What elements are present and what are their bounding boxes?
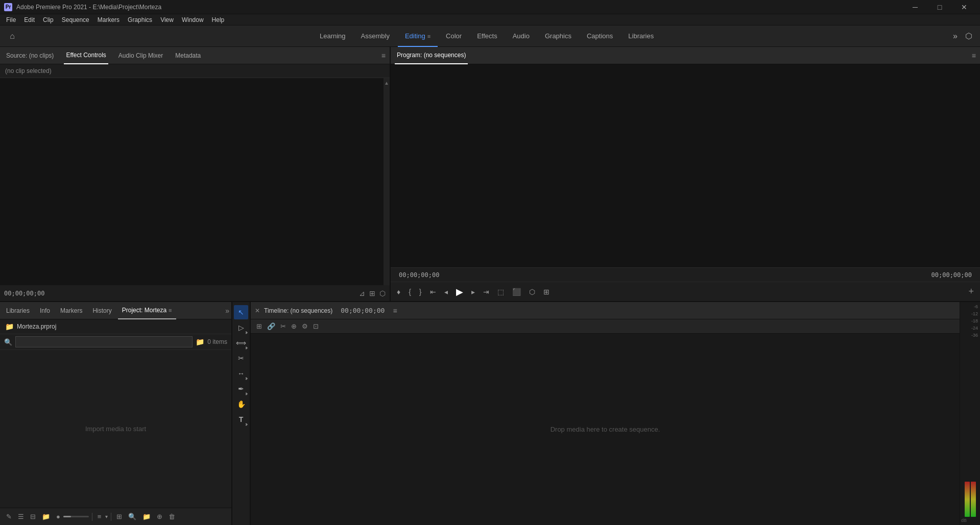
program-step-back-btn[interactable]: ◂: [442, 286, 450, 298]
tool-ripple-edit[interactable]: ⟺: [234, 336, 248, 350]
source-content: (no clip selected) ▲: [0, 64, 390, 285]
project-search-input[interactable]: [15, 336, 193, 347]
tab-source[interactable]: Source: (no clips): [4, 47, 56, 64]
left-panel-expand-icon[interactable]: »: [225, 307, 229, 315]
tab-history[interactable]: History: [88, 302, 115, 319]
timeline-settings-btn[interactable]: ⚙: [300, 321, 309, 331]
source-btn3-icon[interactable]: ⬡: [379, 289, 386, 297]
timeline-linked-btn[interactable]: 🔗: [266, 321, 277, 331]
proj-folder-btn[interactable]: 📁: [40, 511, 52, 522]
tab-effect-controls[interactable]: Effect Controls: [64, 47, 108, 64]
timeline-menu-icon[interactable]: ≡: [393, 307, 397, 315]
proj-settings-btn[interactable]: ≡: [95, 511, 104, 522]
proj-delete-btn[interactable]: 🗑: [166, 511, 177, 522]
proj-grid-btn[interactable]: ⊟: [28, 511, 38, 522]
source-btn2-icon[interactable]: ⊞: [369, 289, 375, 297]
project-new-bin-icon[interactable]: 📁: [196, 338, 204, 346]
editing-settings-icon[interactable]: ≡: [427, 33, 431, 39]
source-filter-icon[interactable]: ⊿: [359, 289, 365, 297]
tool-selection[interactable]: ↖: [234, 305, 248, 319]
proj-newitem-btn[interactable]: ⊕: [155, 511, 164, 522]
meter-label-neg18: -18: [961, 318, 979, 323]
project-media-area[interactable]: Import media to start: [0, 350, 231, 508]
menu-view[interactable]: View: [156, 14, 178, 26]
minimize-button[interactable]: ─: [903, 0, 927, 14]
proj-dropdown-btn[interactable]: ▾: [105, 514, 108, 519]
program-out-btn[interactable]: }: [417, 286, 424, 298]
timeline-title: Timeline: (no sequences): [264, 307, 332, 314]
tab-project[interactable]: Project: Morteza ≡: [118, 302, 176, 319]
source-panel-menu-icon[interactable]: ≡: [381, 52, 386, 60]
menu-window[interactable]: Window: [178, 14, 208, 26]
timeline-unlink-btn[interactable]: ✂: [279, 321, 288, 331]
tab-audio-clip-mixer[interactable]: Audio Clip Mixer: [116, 47, 165, 64]
workspace-tab-libraries[interactable]: Libraries: [621, 26, 661, 47]
close-button[interactable]: ✕: [952, 0, 976, 14]
source-bottom-bar: 00;00;00;00 ⊿ ⊞ ⬡: [0, 285, 390, 301]
maximize-button[interactable]: □: [928, 0, 951, 14]
slider-container: ●: [54, 511, 89, 522]
tab-libraries[interactable]: Libraries: [2, 302, 34, 319]
proj-panel-btn[interactable]: ⊞: [114, 511, 124, 522]
program-step-fwd-btn[interactable]: ▸: [469, 286, 477, 298]
timeline-drop-area[interactable]: Drop media here to create sequence.: [251, 334, 960, 525]
tab-metadata[interactable]: Metadata: [173, 47, 203, 64]
menu-markers[interactable]: Markers: [93, 14, 124, 26]
tab-info[interactable]: Info: [36, 302, 54, 319]
proj-edit-btn[interactable]: ✎: [4, 511, 14, 522]
source-scroll-indicator[interactable]: ▲: [384, 78, 390, 285]
program-in-btn[interactable]: {: [407, 286, 413, 298]
meter-label-neg24: -24: [961, 326, 979, 331]
project-tab-menu-icon[interactable]: ≡: [169, 307, 172, 313]
workspace-tab-editing[interactable]: Editing ≡: [398, 26, 438, 47]
proj-find-btn[interactable]: 🔍: [126, 511, 138, 522]
program-go-out-btn[interactable]: ⇥: [481, 286, 491, 298]
program-add-btn[interactable]: +: [966, 284, 976, 299]
program-settings-icon[interactable]: ⊞: [541, 286, 552, 298]
tool-type[interactable]: T: [234, 412, 248, 427]
home-button[interactable]: ⌂: [4, 28, 20, 44]
tool-hand[interactable]: ✋: [234, 397, 248, 411]
timeline-snap-btn[interactable]: ⊞: [255, 321, 264, 331]
menu-sequence[interactable]: Sequence: [58, 14, 93, 26]
program-panel-header: Program: (no sequences) ≡: [391, 47, 980, 64]
track-select-icon: ▷: [238, 323, 244, 332]
workspace-tab-learning[interactable]: Learning: [313, 26, 353, 47]
menu-clip[interactable]: Clip: [39, 14, 58, 26]
left-panel-tabs: Libraries Info Markers History Project: …: [0, 302, 231, 319]
timeline-add-edit-btn[interactable]: ⊕: [290, 321, 298, 331]
tool-razor[interactable]: ✂: [234, 351, 248, 365]
workspace-tab-graphics[interactable]: Graphics: [538, 26, 579, 47]
workspace-more-button[interactable]: »: [949, 32, 962, 41]
workspace-tab-audio[interactable]: Audio: [506, 26, 537, 47]
program-overwrite-btn[interactable]: ⬛: [510, 286, 523, 298]
program-export-icon[interactable]: ⬡: [527, 286, 537, 298]
publish-button[interactable]: ⬡: [962, 29, 976, 43]
menu-graphics[interactable]: Graphics: [124, 14, 156, 26]
proj-list-btn[interactable]: ☰: [16, 511, 26, 522]
workspace-tab-color[interactable]: Color: [439, 26, 469, 47]
timeline-captions-btn[interactable]: ⊡: [312, 321, 320, 331]
program-marker-btn[interactable]: ♦: [395, 286, 402, 298]
left-panel: Libraries Info Markers History Project: …: [0, 302, 232, 525]
timeline-close-btn[interactable]: ✕: [255, 307, 260, 314]
program-insert-btn[interactable]: ⬚: [495, 286, 506, 298]
menu-file[interactable]: File: [2, 14, 20, 26]
workspace-tab-captions[interactable]: Captions: [580, 26, 620, 47]
program-panel-menu-icon[interactable]: ≡: [972, 52, 976, 60]
proj-newbin-btn[interactable]: 📁: [140, 511, 153, 522]
program-go-in-btn[interactable]: ⇤: [428, 286, 438, 298]
workspace-tab-effects[interactable]: Effects: [470, 26, 505, 47]
menu-edit[interactable]: Edit: [20, 14, 39, 26]
tool-pen[interactable]: ✒: [234, 382, 248, 396]
workspace-tab-assembly[interactable]: Assembly: [354, 26, 397, 47]
program-play-btn[interactable]: ▶: [454, 284, 465, 299]
tool-slip[interactable]: ↔: [234, 366, 248, 381]
tool-track-select[interactable]: ▷: [234, 320, 248, 335]
tab-markers[interactable]: Markers: [56, 302, 86, 319]
project-search-row: 🔍 📁 0 items: [0, 334, 231, 350]
menu-help[interactable]: Help: [208, 14, 229, 26]
tab-program[interactable]: Program: (no sequences): [395, 47, 468, 64]
source-timecode: 00;00;00;00: [4, 290, 44, 297]
top-row: Source: (no clips) Effect Controls Audio…: [0, 47, 980, 302]
